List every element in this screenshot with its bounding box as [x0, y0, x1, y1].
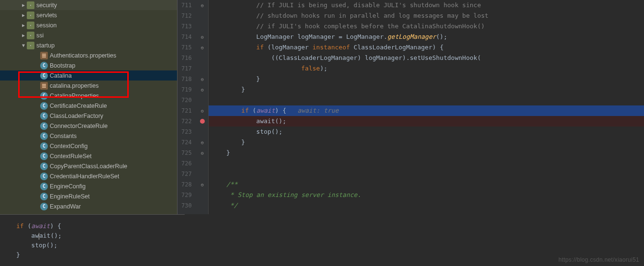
line-number: 711 [181, 0, 192, 11]
tree-item-label: servlets [36, 12, 57, 19]
fold-toggle-icon[interactable] [197, 0, 208, 11]
code-line[interactable]: // shutdown hooks run in parallel and lo… [209, 11, 644, 21]
line-number: 728 [181, 179, 192, 190]
tree-item-servlets[interactable]: servlets [0, 10, 177, 20]
class-icon [40, 183, 48, 190]
fold-toggle-icon[interactable] [197, 74, 208, 84]
watermark-text: https://blog.csdn.net/xiaorui51 [558, 256, 639, 263]
tree-item-bootstrap[interactable]: Bootstrap [0, 60, 177, 70]
fold-toggle-icon[interactable] [197, 32, 208, 42]
expand-arrow-icon[interactable] [20, 2, 27, 8]
gutter-marker-empty [197, 21, 208, 32]
tree-item-label: security [36, 2, 57, 9]
tree-item-label: session [36, 22, 56, 29]
code-line[interactable]: */ [209, 200, 644, 211]
tree-item-catalina-properties[interactable]: catalina.properties [0, 81, 177, 91]
breakpoint-icon[interactable] [197, 116, 208, 127]
tree-item-session[interactable]: session [0, 20, 177, 30]
code-line[interactable]: } [209, 148, 644, 158]
expand-arrow-icon[interactable] [20, 12, 27, 18]
expand-arrow-icon[interactable] [20, 33, 27, 38]
code-line[interactable]: if (await) { await: true [209, 105, 644, 116]
code-line[interactable]: LogManager logManager = LogManager.getLo… [209, 32, 644, 42]
tree-item-authenticators-properties[interactable]: Authenticators.properties [0, 50, 177, 60]
package-icon [27, 12, 34, 19]
line-number: 718 [181, 74, 192, 84]
fold-toggle-icon[interactable] [197, 148, 208, 158]
expand-arrow-icon[interactable] [20, 23, 27, 28]
debug-code-line[interactable]: } [13, 250, 171, 260]
code-line[interactable]: } [209, 137, 644, 148]
code-line[interactable]: } [209, 74, 644, 84]
tree-item-label: CertificateCreateRule [50, 103, 107, 109]
evaluate-expression-panel[interactable]: if (await) { await(); stop();} [0, 214, 185, 266]
tree-item-engineconfig[interactable]: EngineConfig [0, 181, 177, 191]
tree-item-copyparentclassloaderrule[interactable]: CopyParentClassLoaderRule [0, 161, 177, 171]
code-line[interactable] [209, 169, 644, 179]
gutter-marker-empty [197, 200, 208, 211]
code-line[interactable]: } [209, 84, 644, 95]
gutter-marker-empty [197, 63, 208, 74]
tree-item-label: startup [36, 42, 55, 49]
line-number: 715 [181, 42, 192, 53]
tree-item-contextconfig[interactable]: ContextConfig [0, 141, 177, 151]
fold-toggle-icon[interactable] [197, 105, 208, 116]
class-icon [40, 132, 48, 140]
gutter-marker-empty [197, 158, 208, 169]
fold-toggle-icon[interactable] [197, 84, 208, 95]
code-line[interactable]: * Stop an existing server instance. [209, 190, 644, 200]
tree-item-catalinaproperties[interactable]: CatalinaProperties [0, 91, 177, 101]
tree-item-engineruleset[interactable]: EngineRuleSet [0, 191, 177, 201]
code-line[interactable]: // if JULI's hook completes before the C… [209, 21, 644, 32]
tree-item-label: CredentialHandlerRuleSet [50, 173, 119, 180]
line-number: 729 [181, 190, 192, 200]
line-number: 717 [181, 63, 192, 74]
tree-item-label: Constants [50, 133, 77, 139]
tree-item-connectorcreaterule[interactable]: ConnectorCreateRule [0, 121, 177, 131]
class-icon [40, 122, 48, 130]
tree-item-label: ClassLoaderFactory [50, 113, 103, 119]
tree-item-catalina[interactable]: Catalina [0, 70, 177, 81]
project-tree-sidebar[interactable]: securityservletssessionssistartupAuthent… [0, 0, 178, 214]
gutter-markers[interactable] [197, 0, 209, 214]
fold-toggle-icon[interactable] [197, 137, 208, 148]
code-line[interactable]: stop(); [209, 127, 644, 137]
code-line[interactable]: if (logManager instanceof ClassLoaderLog… [209, 42, 644, 53]
tree-item-certificatecreaterule[interactable]: CertificateCreateRule [0, 101, 177, 111]
tree-item-ssi[interactable]: ssi [0, 30, 177, 40]
tree-item-classloaderfactory[interactable]: ClassLoaderFactory [0, 111, 177, 121]
tree-item-credentialhandlerruleset[interactable]: CredentialHandlerRuleSet [0, 171, 177, 181]
tree-item-label: EngineRuleSet [50, 193, 89, 200]
tree-item-label: CatalinaProperties [50, 93, 99, 99]
tree-item-label: catalina.properties [50, 82, 99, 89]
code-line[interactable]: await(); [209, 116, 644, 127]
gutter-marker-empty [197, 169, 208, 179]
code-area[interactable]: // If JULI is being used, disable JULI's… [209, 0, 644, 214]
code-line[interactable]: false); [209, 63, 644, 74]
tree-item-label: ContextRuleSet [50, 153, 92, 160]
tree-item-contextruleset[interactable]: ContextRuleSet [0, 151, 177, 161]
line-number: 721 [181, 105, 192, 116]
tree-item-security[interactable]: security [0, 0, 177, 10]
tree-item-startup[interactable]: startup [0, 40, 177, 50]
code-line[interactable] [209, 95, 644, 105]
line-number: 714 [181, 32, 192, 42]
properties-file-icon [40, 82, 48, 90]
debug-code-line[interactable]: if (await) { [13, 221, 171, 231]
fold-toggle-icon[interactable] [197, 179, 208, 190]
debug-code-line[interactable]: await(); [13, 231, 171, 241]
code-line[interactable]: /** [209, 179, 644, 190]
code-line[interactable]: ((ClassLoaderLogManager) logManager).set… [209, 53, 644, 63]
tree-item-label: Bootstrap [50, 62, 76, 69]
tree-item-constants[interactable]: Constants [0, 131, 177, 141]
class-icon [40, 162, 48, 170]
code-editor[interactable]: 7117127137147157167177187197207217227237… [178, 0, 644, 214]
debug-code-line[interactable]: stop(); [13, 241, 171, 250]
line-number: 719 [181, 84, 192, 95]
expand-arrow-icon[interactable] [20, 43, 27, 48]
tree-item-expandwar[interactable]: ExpandWar [0, 201, 177, 211]
code-line[interactable] [209, 158, 644, 169]
line-number: 730 [181, 200, 192, 211]
fold-toggle-icon[interactable] [197, 42, 208, 53]
code-line[interactable]: // If JULI is being used, disable JULI's… [209, 0, 644, 11]
